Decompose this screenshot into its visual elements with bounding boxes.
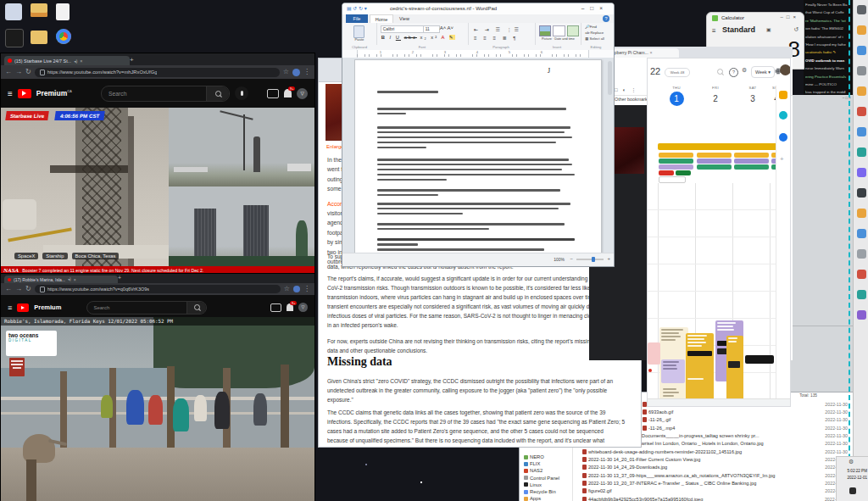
- taskbar-app-icon[interactable]: [857, 209, 866, 218]
- folder-icon-2[interactable]: [31, 31, 47, 44]
- calendar-chip[interactable]: [734, 159, 769, 164]
- reload-icon[interactable]: ↻: [25, 286, 31, 292]
- help-icon[interactable]: ?: [603, 15, 609, 22]
- app-icon[interactable]: [5, 29, 24, 47]
- news-headline[interactable]: Finally Never To Been Ba: [805, 1, 853, 8]
- calendar-window[interactable]: 22 Week 48 ? ⚙ Week ▾ THU 1 FRI 2 SAT: [647, 58, 791, 407]
- taskbar-app-icon[interactable]: [857, 270, 866, 279]
- zoom-slider[interactable]: [576, 259, 604, 260]
- calculator-window-controls[interactable]: –□×: [781, 14, 799, 19]
- document-page[interactable]: J: [354, 59, 602, 253]
- robbies-browser-window[interactable]: (17) Robbie's Marina, Isla... ◂) × + ← →…: [0, 273, 315, 501]
- wordpad-window[interactable]: ▤ ↺ ↻ ▾ cedric's-stream-of-consciousness…: [342, 3, 615, 267]
- news-headline[interactable]: ucationals fadisi ✎: [805, 48, 853, 56]
- taskbar-app-icon[interactable]: [857, 168, 866, 177]
- url-bar[interactable]: https://www.youtube.com/watch?v=mhJRxOxU…: [35, 68, 280, 77]
- calendar-chip[interactable]: [734, 164, 769, 170]
- profile-avatar[interactable]: [293, 286, 300, 292]
- create-video-icon[interactable]: [270, 303, 281, 312]
- align-icons[interactable]: ≡ ≡ ≡ ≣ ¶: [474, 35, 518, 41]
- font-size-select[interactable]: 11: [423, 25, 440, 33]
- calendar-event[interactable]: [648, 342, 660, 365]
- indent-list-icons[interactable]: ⇤ ⇥ ☰ ⋮☰: [474, 26, 521, 32]
- vertical-scrollbar[interactable]: [608, 61, 612, 95]
- search-button[interactable]: [186, 302, 206, 314]
- create-video-icon[interactable]: [267, 89, 279, 98]
- taskbar-app-icon[interactable]: [857, 290, 866, 299]
- taskbar-app-icon[interactable]: [857, 107, 866, 116]
- browser-menu-icon[interactable]: ⋮: [303, 286, 310, 292]
- history-icon[interactable]: ↺: [793, 26, 798, 33]
- keep-notes-icon[interactable]: [779, 111, 787, 120]
- news-headline[interactable]: ering Practice Essentials: [805, 73, 853, 81]
- news-feed-panel[interactable]: Finally Never To Been Bathat Worst Cup o…: [804, 0, 853, 96]
- zoom-in-icon[interactable]: +: [607, 256, 610, 261]
- news-headline[interactable]: mine — POLITICO: [805, 81, 853, 88]
- search-box[interactable]: Search: [86, 301, 207, 315]
- explorer-nav-item[interactable]: FLIX: [524, 460, 571, 467]
- video-player[interactable]: Starbase Live 4:06:56 PM CST SpaceXStars…: [1, 108, 314, 266]
- datetime-icon[interactable]: [553, 25, 565, 36]
- file-row[interactable]: 2022-11-30 13_37_09-https___www.amazon.c…: [582, 471, 849, 479]
- youtube-logo-icon[interactable]: [17, 303, 29, 312]
- news-headline[interactable]: that Worst Cup of Coffe: [805, 8, 853, 16]
- file-row[interactable]: whiteboard-desk-usage-adding-numbers-rem…: [582, 448, 849, 455]
- tasks-icon[interactable]: [779, 91, 787, 99]
- news-headline[interactable]: OVID outbreak to man: [805, 57, 853, 64]
- news-headline[interactable]: re 'Mathematics. The 'tot: [805, 17, 853, 25]
- taskbar-app-icon[interactable]: [857, 66, 866, 75]
- bookmark-star-icon[interactable]: ☆: [283, 69, 289, 75]
- calendar-event[interactable]: [661, 359, 685, 383]
- search-box[interactable]: Search: [101, 86, 230, 102]
- taskbar-app-icon[interactable]: [857, 188, 866, 198]
- explorer-nav-item[interactable]: Apps: [524, 495, 571, 501]
- tab-starbase[interactable]: (15) Starbase Live 24/7 St... ◂) ×: [4, 56, 130, 65]
- explorer-nav-item[interactable]: Recycle Bin: [524, 488, 571, 495]
- taskbar-app-icon[interactable]: [857, 25, 866, 35]
- calendar-chip[interactable]: [734, 153, 769, 158]
- back-icon[interactable]: ←: [5, 286, 12, 292]
- news-headline[interactable]: olation whatsoever' of t: [805, 33, 853, 41]
- calendar-event[interactable]: [745, 355, 774, 364]
- tab-view[interactable]: View: [393, 14, 415, 23]
- insert-object-icon[interactable]: [567, 25, 579, 36]
- paste-icon[interactable]: [353, 25, 364, 38]
- recycle-bin-icon[interactable]: [5, 3, 22, 20]
- notifications-bell-icon[interactable]: 9+: [284, 89, 292, 97]
- document-icon[interactable]: [56, 3, 70, 20]
- zoom-out-icon[interactable]: −: [570, 256, 573, 261]
- calendar-chip[interactable]: [659, 164, 693, 170]
- other-bookmarks[interactable]: Other bookmarks: [615, 97, 649, 102]
- calculator-mode[interactable]: Standard: [722, 25, 755, 34]
- taskbar-app-icon[interactable]: [857, 86, 866, 96]
- font-style-buttons[interactable]: B I U abc x₂ x² A ✎: [381, 35, 455, 40]
- taskbar-app-icon[interactable]: [857, 5, 866, 14]
- toolbar-icons[interactable]: □◐⋮: [615, 86, 641, 92]
- account-avatar[interactable]: ▽: [297, 88, 308, 99]
- tab-file[interactable]: File: [346, 14, 368, 23]
- quick-access-toolbar[interactable]: ▤ ↺ ↻ ▾: [347, 5, 367, 11]
- wordpad-titlebar[interactable]: ▤ ↺ ↻ ▾ cedric's-stream-of-consciousness…: [342, 3, 614, 14]
- calendar-chip[interactable]: [697, 159, 732, 164]
- zoom-slider-thumb[interactable]: [592, 257, 595, 262]
- url-bar[interactable]: https://www.youtube.com/watch?v=q0q6VrK3…: [35, 285, 281, 293]
- taskbar-app-icon[interactable]: [857, 229, 866, 238]
- explorer-nav-item[interactable]: Control Panel: [524, 475, 571, 482]
- find-button[interactable]: 🔎Find: [585, 25, 597, 30]
- contacts-icon[interactable]: [779, 133, 787, 142]
- add-panel-icon[interactable]: +: [780, 155, 784, 163]
- file-row[interactable]: 44acbfdb9b3a42925cc53n9065e7a15a995160fc…: [582, 495, 849, 501]
- calendar-chip[interactable]: [659, 176, 686, 183]
- background-window[interactable]: – □ ×: [788, 95, 854, 392]
- news-headline[interactable]: nese Immediately Warn: [805, 64, 853, 72]
- calendar-event[interactable]: [686, 333, 714, 406]
- folder-icon[interactable]: [31, 3, 47, 17]
- grow-shrink-font-icons[interactable]: A˄ A˅: [440, 25, 453, 31]
- youtube-logo-icon[interactable]: [18, 89, 31, 98]
- bookmark-star-icon[interactable]: ☆: [284, 286, 290, 292]
- calendar-chip[interactable]: [676, 170, 691, 175]
- document-area[interactable]: J: [342, 58, 614, 253]
- news-headline[interactable]: 'How I escaped my fathe: [805, 41, 853, 48]
- explorer-nav-item[interactable]: NERO: [524, 454, 571, 460]
- font-name-select[interactable]: Calibri: [381, 25, 425, 33]
